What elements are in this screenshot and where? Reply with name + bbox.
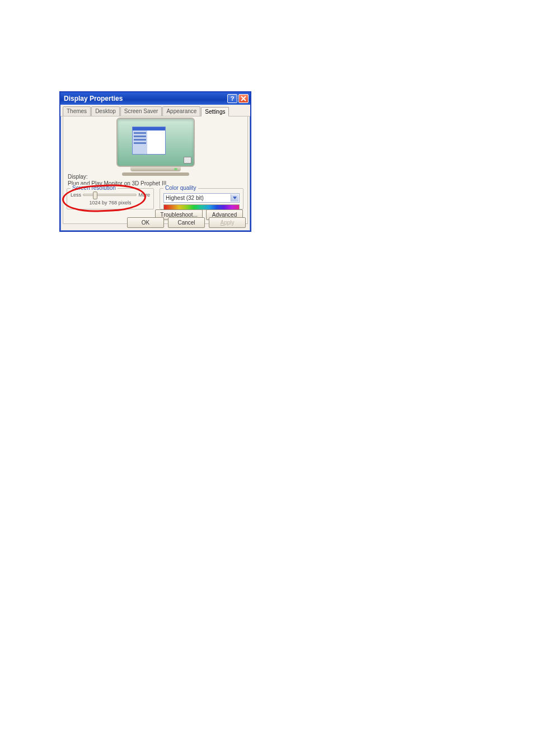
cancel-button[interactable]: Cancel <box>168 217 205 228</box>
titlebar[interactable]: Display Properties ? <box>60 92 250 105</box>
close-icon <box>241 96 246 101</box>
resolution-slider[interactable] <box>83 194 137 196</box>
close-button[interactable] <box>238 94 249 103</box>
resolution-slider-thumb[interactable] <box>93 192 97 199</box>
apply-button[interactable]: Apply <box>209 217 246 228</box>
tab-appearance[interactable]: Appearance <box>162 106 200 116</box>
tab-settings[interactable]: Settings <box>201 107 229 116</box>
preview-window-icon <box>132 127 166 155</box>
screen-resolution-group: Screen resolution Less More 1024 by 768 … <box>67 188 154 209</box>
display-properties-dialog: Display Properties ? Themes Desktop Scre… <box>59 91 251 232</box>
help-button[interactable]: ? <box>227 94 237 103</box>
tab-themes[interactable]: Themes <box>63 106 91 116</box>
resolution-value: 1024 by 768 pixels <box>71 200 150 206</box>
monitor-base-icon <box>130 167 181 171</box>
tab-screen-saver[interactable]: Screen Saver <box>120 106 162 116</box>
window-title: Display Properties <box>64 95 226 102</box>
slider-more-label: More <box>138 192 150 198</box>
tab-desktop[interactable]: Desktop <box>91 106 120 116</box>
color-quality-legend: Color quality <box>163 185 198 191</box>
dialog-footer-buttons: OK Cancel Apply <box>127 217 246 228</box>
screen-resolution-legend: Screen resolution <box>71 185 118 191</box>
monitor-stand-icon <box>122 172 189 176</box>
dropdown-arrow-icon[interactable] <box>231 194 238 202</box>
tabstrip: Themes Desktop Screen Saver Appearance S… <box>60 105 250 116</box>
ok-button[interactable]: OK <box>127 217 164 228</box>
color-quality-group: Color quality Highest (32 bit) <box>160 188 243 209</box>
preview-dialog-icon <box>184 157 191 164</box>
settings-panel: Display: Plug and Play Monitor on 3D Pro… <box>63 116 248 224</box>
color-quality-select[interactable]: Highest (32 bit) <box>163 193 240 203</box>
slider-less-label: Less <box>71 192 81 198</box>
color-quality-selected: Highest (32 bit) <box>166 195 204 201</box>
monitor-preview <box>111 118 200 176</box>
monitor-screen-icon <box>116 118 195 167</box>
display-label: Display: <box>68 174 88 180</box>
